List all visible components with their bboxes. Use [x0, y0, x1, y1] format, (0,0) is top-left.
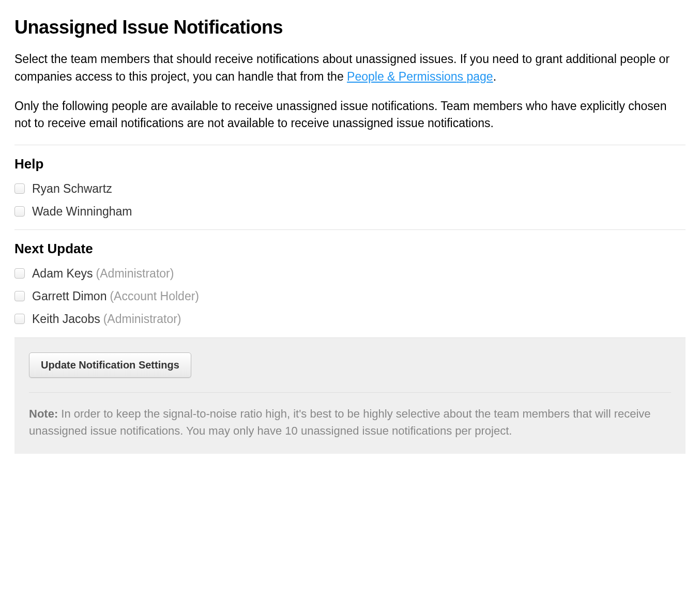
- person-checkbox[interactable]: [14, 291, 25, 301]
- section-title-help: Help: [14, 155, 686, 173]
- person-checkbox[interactable]: [14, 268, 25, 279]
- footer-box: Update Notification Settings Note: In or…: [14, 337, 686, 454]
- person-name: Garrett Dimon: [32, 288, 106, 304]
- section-title-next-update: Next Update: [14, 239, 686, 258]
- update-notification-settings-button[interactable]: Update Notification Settings: [29, 352, 191, 378]
- person-row: Garrett Dimon (Account Holder): [14, 288, 686, 304]
- intro-paragraph-1: Select the team members that should rece…: [14, 51, 686, 85]
- divider: [14, 145, 686, 145]
- divider: [14, 229, 686, 230]
- person-row: Adam Keys (Administrator): [14, 265, 686, 282]
- person-name: Wade Winningham: [32, 203, 132, 220]
- person-checkbox[interactable]: [14, 206, 25, 217]
- person-role: (Administrator): [96, 265, 174, 282]
- page-title: Unassigned Issue Notifications: [14, 14, 686, 40]
- person-role: (Administrator): [103, 311, 181, 327]
- person-checkbox[interactable]: [14, 314, 25, 324]
- intro-paragraph-2: Only the following people are available …: [14, 98, 686, 132]
- person-row: Wade Winningham: [14, 203, 686, 220]
- note-label: Note:: [29, 407, 58, 420]
- intro-text-suffix: .: [493, 70, 496, 83]
- person-name: Keith Jacobs: [32, 311, 100, 327]
- note-body: In order to keep the signal-to-noise rat…: [29, 407, 651, 437]
- person-role: (Account Holder): [110, 288, 199, 304]
- note-divider: [29, 392, 671, 393]
- note-paragraph: Note: In order to keep the signal-to-noi…: [29, 405, 671, 439]
- person-name: Adam Keys: [32, 265, 93, 282]
- person-name: Ryan Schwartz: [32, 180, 112, 197]
- person-row: Ryan Schwartz: [14, 180, 686, 197]
- intro-text-prefix: Select the team members that should rece…: [14, 52, 669, 83]
- person-checkbox[interactable]: [14, 183, 25, 194]
- person-row: Keith Jacobs (Administrator): [14, 311, 686, 327]
- people-permissions-link[interactable]: People & Permissions page: [347, 70, 493, 83]
